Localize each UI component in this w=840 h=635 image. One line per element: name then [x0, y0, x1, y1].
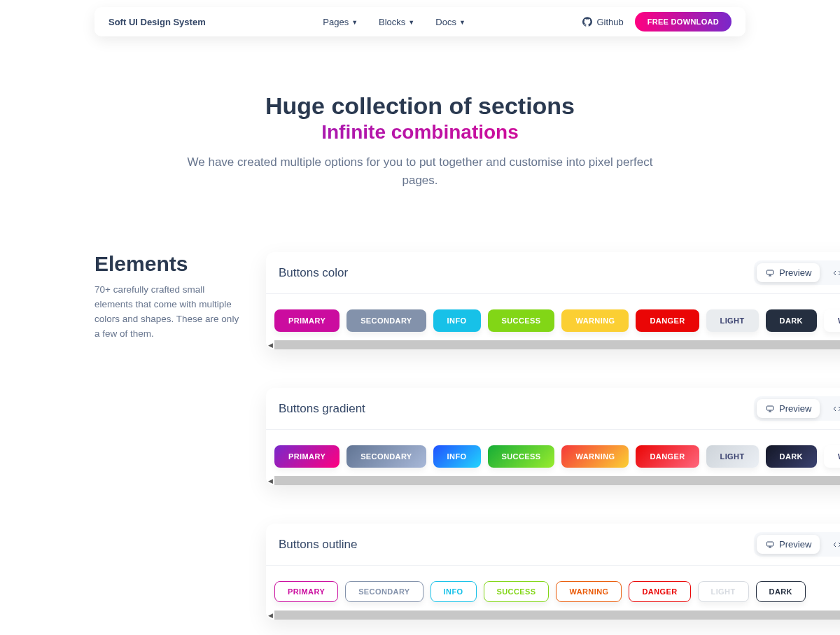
- btn-outline-light[interactable]: LIGHT: [698, 581, 749, 602]
- nav-docs[interactable]: Docs▼: [435, 17, 465, 27]
- btn-outline-secondary[interactable]: SECONDARY: [345, 581, 423, 602]
- svg-rect-2: [767, 542, 774, 546]
- btn-outline-info[interactable]: INFO: [430, 581, 477, 602]
- btn-danger[interactable]: DANGER: [636, 309, 699, 332]
- nav-blocks-label: Blocks: [379, 17, 405, 27]
- preview-toggle[interactable]: Preview: [757, 263, 820, 282]
- card-body: PRIMARY SECONDARY INFO SUCCESS WARNING D…: [266, 566, 840, 610]
- btn-outline-dark[interactable]: DARK: [756, 581, 806, 602]
- svg-rect-0: [767, 270, 774, 274]
- card-title: Buttons color: [279, 266, 348, 280]
- btn-white[interactable]: WHITE: [824, 445, 840, 468]
- card-body: PRIMARY SECONDARY INFO SUCCESS WARNING D…: [266, 294, 840, 340]
- svg-rect-1: [767, 406, 774, 410]
- hero: Huge collection of sections Infinite com…: [0, 92, 840, 189]
- nav-blocks[interactable]: Blocks▼: [379, 17, 414, 27]
- preview-label: Preview: [779, 539, 811, 550]
- code-toggle[interactable]: Code: [824, 535, 840, 554]
- monitor-icon: [765, 269, 775, 277]
- btn-light[interactable]: LIGHT: [706, 445, 759, 468]
- nav-pages[interactable]: Pages▼: [323, 17, 358, 27]
- sidebar-heading: Elements: [94, 252, 245, 276]
- view-toggle: Preview Code: [754, 396, 840, 421]
- content-layout: Elements 70+ carefully crafted small ele…: [0, 252, 840, 635]
- btn-warning[interactable]: WARNING: [561, 445, 629, 468]
- horizontal-scrollbar[interactable]: ◀▶: [266, 340, 840, 349]
- free-download-button[interactable]: FREE DOWNLOAD: [635, 12, 732, 32]
- card-title: Buttons outline: [279, 538, 357, 552]
- card-buttons-color: Buttons color Preview Code PRIMARY SECON…: [266, 252, 840, 349]
- sidebar: Elements 70+ carefully crafted small ele…: [94, 252, 245, 342]
- navbar: Soft UI Design System Pages▼ Blocks▼ Doc…: [94, 7, 746, 36]
- brand[interactable]: Soft UI Design System: [108, 17, 206, 27]
- card-title: Buttons gradient: [279, 402, 365, 416]
- card-header: Buttons gradient Preview Code: [266, 388, 840, 430]
- horizontal-scrollbar[interactable]: ◀▶: [266, 610, 840, 620]
- btn-secondary[interactable]: SECONDARY: [346, 309, 426, 332]
- preview-toggle[interactable]: Preview: [757, 399, 820, 418]
- btn-success[interactable]: SUCCESS: [488, 445, 555, 468]
- nav-docs-label: Docs: [435, 17, 456, 27]
- chevron-down-icon: ▼: [408, 19, 414, 26]
- hero-title: Huge collection of sections: [42, 92, 798, 120]
- hero-lead: We have created multiple options for you…: [42, 153, 798, 189]
- card-header: Buttons color Preview Code: [266, 252, 840, 294]
- btn-light[interactable]: LIGHT: [706, 309, 759, 332]
- preview-label: Preview: [779, 267, 811, 278]
- btn-info[interactable]: INFO: [433, 309, 481, 332]
- code-toggle[interactable]: Code: [824, 263, 840, 282]
- view-toggle: Preview Code: [754, 532, 840, 557]
- btn-outline-warning[interactable]: WARNING: [556, 581, 622, 602]
- card-buttons-outline: Buttons outline Preview Code PRIMARY SEC…: [266, 524, 840, 620]
- github-link[interactable]: Github: [582, 17, 623, 27]
- monitor-icon: [765, 540, 775, 549]
- nav-center: Pages▼ Blocks▼ Docs▼: [206, 17, 583, 27]
- btn-primary[interactable]: PRIMARY: [274, 445, 340, 468]
- code-icon: [832, 269, 840, 277]
- code-icon: [832, 405, 840, 413]
- btn-danger[interactable]: DANGER: [636, 445, 699, 468]
- chevron-down-icon: ▼: [351, 19, 358, 26]
- preview-toggle[interactable]: Preview: [757, 535, 820, 554]
- main-column: Buttons color Preview Code PRIMARY SECON…: [266, 252, 840, 620]
- btn-info[interactable]: INFO: [433, 445, 481, 468]
- card-header: Buttons outline Preview Code: [266, 524, 840, 566]
- btn-dark[interactable]: DARK: [766, 309, 817, 332]
- preview-label: Preview: [779, 403, 811, 414]
- code-toggle[interactable]: Code: [824, 399, 840, 418]
- btn-secondary[interactable]: SECONDARY: [346, 445, 426, 468]
- btn-outline-danger[interactable]: DANGER: [629, 581, 690, 602]
- nav-right: Github FREE DOWNLOAD: [582, 12, 732, 32]
- view-toggle: Preview Code: [754, 260, 840, 285]
- sidebar-text: 70+ carefully crafted small elements tha…: [94, 283, 245, 342]
- card-body: PRIMARY SECONDARY INFO SUCCESS WARNING D…: [266, 430, 840, 476]
- btn-outline-primary[interactable]: PRIMARY: [274, 581, 338, 602]
- btn-primary[interactable]: PRIMARY: [274, 309, 340, 332]
- btn-white[interactable]: WHITE: [824, 309, 840, 332]
- card-buttons-gradient: Buttons gradient Preview Code PRIMARY SE…: [266, 388, 840, 485]
- github-label: Github: [596, 17, 623, 27]
- btn-success[interactable]: SUCCESS: [488, 309, 555, 332]
- btn-dark[interactable]: DARK: [766, 445, 817, 468]
- code-icon: [832, 540, 840, 549]
- monitor-icon: [765, 405, 775, 413]
- hero-subtitle: Infinite combinations: [42, 121, 798, 144]
- horizontal-scrollbar[interactable]: ◀▶: [266, 476, 840, 485]
- nav-pages-label: Pages: [323, 17, 349, 27]
- github-icon: [582, 17, 592, 27]
- btn-warning[interactable]: WARNING: [561, 309, 629, 332]
- btn-outline-success[interactable]: SUCCESS: [484, 581, 550, 602]
- chevron-down-icon: ▼: [459, 19, 465, 26]
